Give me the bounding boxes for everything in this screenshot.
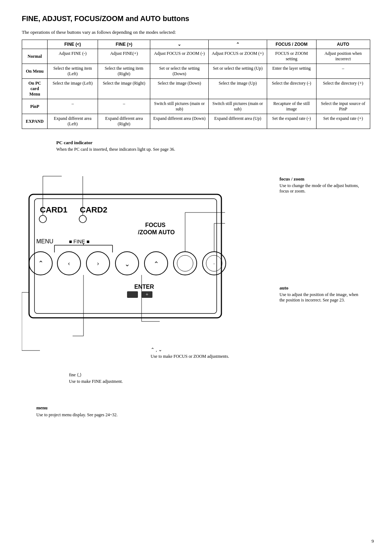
cell-normal-focus-zoom: FOCUS or ZOOM setting [267,49,316,64]
row-header-pinp: PinP [22,99,48,114]
svg-rect-1 [34,199,217,313]
fine-arrows-callout: fine ⟨,⟩ Use to make FINE adjustment. [69,372,171,384]
auto-callout-title: auto [279,285,289,291]
svg-rect-26 [127,291,138,298]
function-table: FINE (<) FINE (>) ⌄ ⌃ FOCUS / ZOOM AUTO … [22,40,370,129]
cell-pccard-auto: Select the directory (+) [316,79,370,99]
cell-expand-auto: Set the expand rate (+) [316,114,370,129]
device-diagram: CARD1 CARD2 FOCUS /ZOOM AUTO MENU ■ FINE… [22,165,276,359]
svg-point-3 [39,215,46,223]
cell-expand-fine-left: Expand different area (Left) [48,114,98,129]
cell-normal-up: Adjust FOCUS or ZOOM (+) [209,49,267,64]
cell-expand-up: Expand different area (Up) [209,114,267,129]
cell-onmenu-focus-zoom: Enter the layer setting [267,64,316,79]
svg-text:ENTER: ENTER [134,284,154,290]
svg-text:CARD1: CARD1 [40,205,68,214]
cell-pccard-down: Select the image (Down) [150,79,209,99]
row-header-pccard: On PCcard Menu [22,79,48,99]
svg-text:›: › [97,260,99,267]
cell-onmenu-up: Set or select the setting (Up) [209,64,267,79]
svg-text:+: + [146,292,148,297]
cell-onmenu-fine-right: Select the setting item (Right) [98,64,150,79]
auto-callout-text: Use to adjust the position of the image,… [279,292,363,303]
table-row: EXPAND Expand different area (Left) Expa… [22,114,370,129]
cell-normal-auto: Adjust position when incorrect [316,49,370,64]
row-header-normal: Normal [22,49,48,64]
diagram-section: PC card indicator When the PC card is in… [22,140,370,485]
cell-normal-fine-left: Adjust FINE (-) [48,49,98,64]
focus-zoom-callout-title: focus / zoom [279,176,305,182]
cell-pinp-up: Switch still pictures (main or sub) [209,99,267,114]
cell-pinp-focus-zoom: Recapture of the still image [267,99,316,114]
auto-callout: auto Use to adjust the position of the i… [279,285,363,303]
col-header-up: ⌃ [209,40,267,49]
svg-point-5 [79,215,86,223]
fine-arrows-text: Use to make FINE adjustment. [69,379,171,384]
pc-card-indicator-text: When the PC card is inserted, these indi… [56,147,175,152]
cell-pccard-fine-left: Select the image (Left) [48,79,98,99]
cell-expand-fine-right: Expand different area (Right) [98,114,150,129]
intro-text: The operations of these buttons vary as … [22,29,370,35]
table-row: On PCcard Menu Select the image (Left) S… [22,79,370,99]
page-title: FINE, ADJUST, FOCUS/ZOOM and AUTO button… [22,15,370,23]
svg-text:■ FINE ■: ■ FINE ■ [69,239,90,244]
col-header-focus-zoom: FOCUS / ZOOM [267,40,316,49]
cell-normal-down: Adjust FOCUS or ZOOM (-) [150,49,209,64]
cell-onmenu-down: Set or select the setting (Down) [150,64,209,79]
row-header-onmenu: On Menu [22,64,48,79]
svg-text:⌄: ⌄ [124,260,130,268]
table-row: PinP – – Switch still pictures (main or … [22,99,370,114]
pc-card-indicator-callout: PC card indicator When the PC card is in… [56,140,175,152]
svg-text:/ZOOM  AUTO: /ZOOM AUTO [138,229,175,235]
col-header-empty [22,40,48,49]
focus-zoom-callout-text: Use to change the mode of the adjust but… [279,183,363,194]
table-row: Normal Adjust FINE (-) Adjust FINE(+) Ad… [22,49,370,64]
row-header-expand: EXPAND [22,114,48,129]
menu-callout-text: Use to project menu display. See pages 2… [36,412,138,418]
cell-expand-focus-zoom: Set the expand rate (-) [267,114,316,129]
cell-pinp-fine-left: – [48,99,98,114]
device-svg: CARD1 CARD2 FOCUS /ZOOM AUTO MENU ■ FINE… [22,165,276,358]
svg-text:⌃: ⌃ [154,260,159,268]
focus-zoom-callout: focus / zoom Use to change the mode of t… [279,176,363,194]
col-header-fine-left: FINE (<) [48,40,98,49]
menu-callout: menu Use to project menu display. See pa… [36,405,138,418]
page-number: 9 [372,538,374,544]
col-header-fine-right: FINE (>) [98,40,150,49]
svg-point-21 [177,255,193,271]
svg-text:‹: ‹ [68,260,70,267]
svg-text:FOCUS: FOCUS [145,222,166,228]
table-row: On Menu Select the setting item (Left) S… [22,64,370,79]
svg-text:⌃: ⌃ [38,260,44,267]
cell-pinp-down: Switch still pictures (main or sub) [150,99,209,114]
svg-text:–: – [213,262,216,266]
cell-normal-fine-right: Adjust FINE(+) [98,49,150,64]
fine-arrows-label: fine ⟨,⟩ [69,372,171,378]
cell-pccard-fine-right: Select the image (Right) [98,79,150,99]
pc-card-indicator-label: PC card indicator [56,140,93,145]
cell-expand-down: Expand different area (Down) [150,114,209,129]
col-header-auto: AUTO [316,40,370,49]
cell-pccard-up: Select the image (Up) [209,79,267,99]
svg-text:MENU: MENU [36,238,53,244]
cell-onmenu-auto: – [316,64,370,79]
menu-callout-title: menu [36,405,138,411]
cell-onmenu-fine-left: Select the setting item (Left) [48,64,98,79]
cell-pinp-auto: Select the input source of PinP [316,99,370,114]
cell-pccard-focus-zoom: Select the directory (-) [267,79,316,99]
col-header-down: ⌄ [150,40,209,49]
cell-pinp-fine-right: – [98,99,150,114]
svg-text:CARD2: CARD2 [80,205,107,214]
